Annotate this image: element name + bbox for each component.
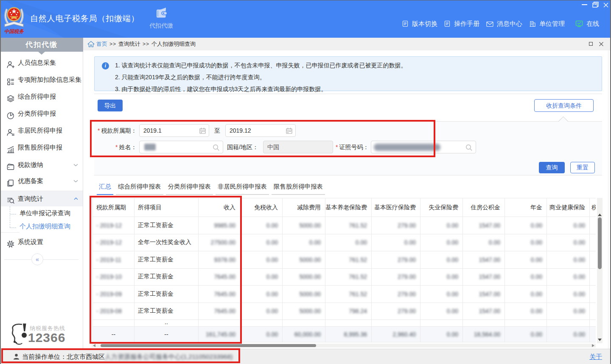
svg-text:中国税务: 中国税务 xyxy=(4,29,25,34)
